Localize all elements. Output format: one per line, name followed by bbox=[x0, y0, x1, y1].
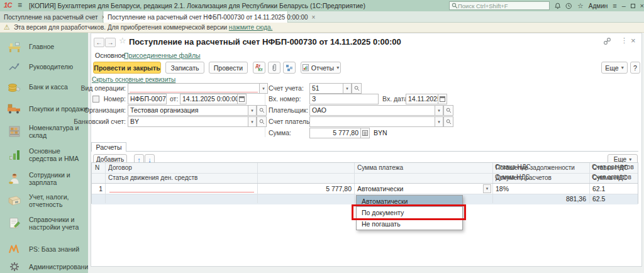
save-button[interactable]: Записать bbox=[165, 62, 204, 74]
account-dropdown-button[interactable]: ▾ bbox=[343, 83, 352, 94]
favorites-star-icon[interactable]: ☆ bbox=[577, 3, 584, 9]
vat-rate-cell[interactable]: 18% bbox=[496, 184, 533, 194]
current-user[interactable]: Админ bbox=[589, 3, 608, 9]
col-header-settlement-account[interactable]: Счет расчетов bbox=[592, 162, 636, 172]
payment-sum-cell[interactable]: 5 777,80 bbox=[304, 184, 352, 194]
close-form-icon[interactable]: × bbox=[631, 36, 636, 45]
chevron-down-icon: ▾ bbox=[438, 108, 440, 113]
reports-button[interactable]: Отчеты▾ bbox=[301, 62, 341, 74]
payer-open-button[interactable] bbox=[443, 105, 453, 116]
organization-dropdown-button[interactable]: ▾ bbox=[248, 105, 257, 116]
incoming-number-label: Вх. номер: bbox=[269, 94, 301, 104]
post-and-close-button[interactable]: Провести и закрыть bbox=[93, 62, 161, 74]
account-open-button[interactable] bbox=[352, 83, 362, 94]
dropdown-option-by-document[interactable]: По документу bbox=[357, 207, 462, 218]
operation-kind-dropdown-button[interactable]: ▾ bbox=[259, 83, 268, 94]
show-postings-button[interactable]: ДтКт bbox=[253, 62, 265, 74]
structure-button[interactable] bbox=[283, 62, 296, 74]
amount-input[interactable]: 5 777,80 bbox=[309, 128, 361, 138]
incoming-number-input[interactable]: З bbox=[309, 94, 379, 104]
main-menu-icon[interactable]: ≡ bbox=[18, 1, 22, 9]
form-more-button[interactable]: Еще▾ bbox=[601, 62, 628, 74]
dropdown-option-no-repay[interactable]: Не погашать bbox=[357, 218, 462, 230]
repayment-cell[interactable]: Автоматически bbox=[357, 184, 452, 194]
tab-receipt-list[interactable]: Поступление на расчетный счет × bbox=[0, 11, 103, 23]
more-actions-icon[interactable]: ⋮ bbox=[621, 36, 628, 45]
operation-kind-input[interactable] bbox=[128, 83, 260, 94]
col-header-vat-rate[interactable]: Ставка НДС bbox=[495, 162, 570, 172]
post-button[interactable]: Провести bbox=[209, 62, 248, 74]
developer-version-warning: ⚠ Эта версия для разработчиков. Для прио… bbox=[0, 23, 644, 33]
sidebar-item-sotrudniki[interactable]: Сотрудники и зарплата bbox=[0, 169, 88, 188]
account-input[interactable]: 51 bbox=[309, 83, 343, 94]
organization-input[interactable]: Тестовая организация bbox=[128, 105, 248, 116]
global-search[interactable] bbox=[449, 1, 550, 10]
contract-required-underline[interactable] bbox=[109, 192, 254, 192]
desk-icon bbox=[6, 40, 23, 53]
incoming-date-input[interactable]: 14.11.2025 bbox=[406, 94, 438, 104]
favorite-star-icon[interactable]: ☆ bbox=[119, 36, 126, 45]
get-link-icon[interactable] bbox=[603, 37, 611, 45]
nav-tab-main[interactable]: Основное bbox=[95, 52, 125, 59]
tab-receipt-document[interactable]: Поступление на расчетный счет НФБП-00073… bbox=[104, 11, 288, 23]
sidebar-item-uchet-nalogi[interactable]: Учет, налоги, отчетность bbox=[0, 191, 88, 210]
dropdown-option-automatic[interactable]: Автоматически bbox=[357, 196, 462, 207]
sidebar-item-glavnoe[interactable]: Главное bbox=[0, 38, 88, 55]
dtkt-icon: ДтКт bbox=[255, 64, 262, 72]
payer-account-input[interactable] bbox=[309, 116, 435, 127]
advance-account-cell[interactable]: 62.5 bbox=[592, 194, 630, 204]
app-title: [КОПИЯ] Бухгалтерия для Беларуси, редакц… bbox=[29, 2, 365, 9]
bank-account-dropdown-button[interactable]: ▾ bbox=[248, 116, 257, 127]
tab-raschety[interactable]: Расчеты bbox=[91, 142, 126, 152]
search-input[interactable] bbox=[458, 3, 546, 9]
number-input[interactable]: НФБП-000730 bbox=[128, 94, 167, 104]
col-header-contract[interactable]: Договор bbox=[108, 163, 253, 173]
sidebar-item-baza-znaniy[interactable]: PS: База знаний bbox=[0, 240, 88, 258]
vat-sum-cell[interactable]: 881,36 bbox=[532, 194, 586, 204]
incoming-date-calendar-button[interactable] bbox=[438, 94, 447, 104]
fixed-assets-icon bbox=[6, 148, 23, 161]
sidebar-item-rukovoditelyu[interactable]: Руководителю bbox=[0, 58, 88, 75]
payer-input[interactable]: ОАО bbox=[309, 105, 435, 116]
row-number-cell[interactable]: 1 bbox=[92, 184, 103, 194]
payer-dropdown-button[interactable]: ▾ bbox=[435, 105, 443, 116]
history-clock-icon[interactable] bbox=[565, 3, 572, 9]
accounting-report-icon bbox=[6, 195, 23, 206]
col-header-cashflow[interactable]: Статья движения ден. средств bbox=[108, 173, 253, 183]
sidebar-item-osnovnye-sredstva[interactable]: Основные средства и НМА bbox=[0, 144, 88, 165]
repayment-dropdown-button[interactable]: ▾ bbox=[483, 184, 491, 193]
col-header-n[interactable]: N bbox=[95, 163, 104, 173]
hide-requisites-link[interactable]: Скрыть основные реквизиты bbox=[92, 76, 175, 83]
sidebar-item-label: Основные средства и НМА bbox=[29, 147, 88, 162]
service-menu-icon[interactable]: ≡ bbox=[613, 3, 616, 9]
payer-account-dropdown-button[interactable]: ▾ bbox=[435, 116, 443, 127]
amount-calculator-button[interactable] bbox=[360, 128, 370, 138]
date-calendar-button[interactable] bbox=[237, 94, 247, 104]
col-header-advance-account[interactable]: Счет авансов bbox=[592, 172, 636, 182]
payer-account-open-button[interactable] bbox=[443, 116, 453, 127]
attachments-button[interactable] bbox=[268, 62, 280, 74]
maximize-icon[interactable] bbox=[631, 4, 635, 8]
button-label: Провести и закрыть bbox=[94, 64, 160, 72]
chart-line-icon bbox=[6, 62, 23, 72]
close-tab-icon[interactable]: × bbox=[312, 14, 316, 21]
help-button[interactable]: ? bbox=[630, 62, 640, 74]
hierarchy-icon bbox=[286, 64, 293, 72]
nav-tab-attached-files[interactable]: Присоединенные файлы bbox=[124, 52, 201, 59]
notifications-bell-icon[interactable] bbox=[555, 3, 560, 9]
col-header-vat-sum[interactable]: Сумма НДС bbox=[495, 172, 570, 182]
sidebar-item-spravochniki[interactable]: Справочники и настройки учета bbox=[0, 213, 88, 234]
buy-commercial-link[interactable]: нажмите сюда. bbox=[229, 24, 273, 31]
bank-account-open-button[interactable] bbox=[257, 116, 267, 127]
organization-open-button[interactable] bbox=[257, 105, 267, 116]
date-input[interactable]: 14.11.2025 0:00:00 bbox=[180, 94, 238, 104]
close-window-icon[interactable]: × bbox=[640, 3, 644, 9]
minimize-icon[interactable]: – bbox=[622, 3, 626, 9]
forward-button[interactable]: → bbox=[105, 38, 116, 47]
back-button[interactable]: ← bbox=[94, 38, 104, 47]
sidebar-item-label: Сотрудники и зарплата bbox=[29, 171, 88, 186]
col-header-payment-sum[interactable]: Сумма платежа bbox=[357, 163, 483, 173]
bank-account-input[interactable]: BY bbox=[128, 116, 248, 127]
settlement-account-cell[interactable]: 62.1 bbox=[592, 184, 630, 194]
sidebar-item-administrirovanie[interactable]: Администрирование bbox=[0, 258, 88, 273]
